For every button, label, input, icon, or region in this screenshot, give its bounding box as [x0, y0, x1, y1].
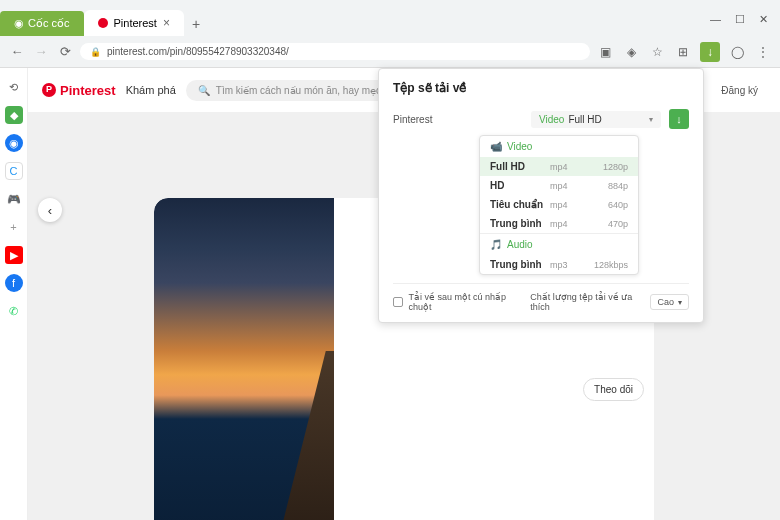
app-icon-1[interactable]: ◆	[5, 106, 23, 124]
back-button[interactable]: ←	[8, 43, 26, 61]
one-click-checkbox[interactable]	[393, 297, 403, 307]
pinterest-logo-icon	[42, 83, 56, 97]
option-res: 128kbps	[594, 260, 628, 270]
quality-select[interactable]: Video Full HD ▾	[531, 111, 661, 128]
option-res: 470p	[608, 219, 628, 229]
preferred-quality-value: Cao	[657, 297, 674, 307]
translate-icon[interactable]: ▣	[596, 43, 614, 61]
game-icon[interactable]: 🎮	[5, 190, 23, 208]
option-res: 1280p	[603, 162, 628, 172]
youtube-icon[interactable]: ▶	[5, 246, 23, 264]
download-confirm-button[interactable]: ↓	[669, 109, 689, 129]
option-name: HD	[490, 180, 550, 191]
one-click-label: Tải về sau một cú nhấp chuột	[409, 292, 525, 312]
quality-option-hd[interactable]: HD mp4 884p	[480, 176, 638, 195]
option-ext: mp4	[550, 200, 590, 210]
follow-button[interactable]: Theo dõi	[583, 378, 644, 401]
coccoc-icon: ◉	[14, 17, 24, 30]
maximize-icon[interactable]: ☐	[735, 13, 745, 26]
chevron-down-icon: ▾	[649, 115, 653, 124]
messenger-icon[interactable]: ◉	[5, 134, 23, 152]
option-name: Trung bình	[490, 218, 550, 229]
chevron-down-icon: ▾	[678, 298, 682, 307]
video-icon: 📹	[490, 141, 502, 152]
download-button[interactable]: ↓	[700, 42, 720, 62]
option-ext: mp4	[550, 219, 590, 229]
audio-option-medium[interactable]: Trung bình mp3 128kbps	[480, 255, 638, 274]
quality-value: Full HD	[568, 114, 601, 125]
tab-pinterest[interactable]: Pinterest ×	[84, 10, 184, 36]
audio-section-label: Audio	[507, 239, 533, 250]
signup-button[interactable]: Đăng ký	[713, 81, 766, 100]
quality-option-standard[interactable]: Tiêu chuẩn mp4 640p	[480, 195, 638, 214]
facebook-icon[interactable]: f	[5, 274, 23, 292]
quality-option-medium[interactable]: Trung bình mp4 470p	[480, 214, 638, 233]
option-name: Tiêu chuẩn	[490, 199, 550, 210]
pinterest-logo[interactable]: Pinterest	[42, 83, 116, 98]
profile-icon[interactable]: ◯	[728, 43, 746, 61]
explore-link[interactable]: Khám phá	[126, 84, 176, 96]
lock-icon: 🔒	[90, 47, 101, 57]
preferred-quality-select[interactable]: Cao ▾	[650, 294, 689, 310]
forward-button[interactable]: →	[32, 43, 50, 61]
audio-section-header: 🎵 Audio	[480, 233, 638, 255]
popup-footer: Tải về sau một cú nhấp chuột Chất lượng …	[393, 283, 689, 312]
video-section-label: Video	[507, 141, 532, 152]
menu-icon[interactable]: ⋮	[754, 43, 772, 61]
new-tab-button[interactable]: +	[184, 12, 208, 36]
url-text: pinterest.com/pin/809554278903320348/	[107, 46, 289, 57]
download-popup: Tệp sẽ tải về Pinterest Video Full HD ▾ …	[378, 68, 704, 323]
close-icon[interactable]: ×	[163, 16, 170, 30]
pin-back-button[interactable]: ‹	[38, 198, 62, 222]
bookmark-icon[interactable]: ☆	[648, 43, 666, 61]
reload-button[interactable]: ⟳	[56, 43, 74, 61]
video-section-header: 📹 Video	[480, 136, 638, 157]
cast-icon[interactable]: ◈	[622, 43, 640, 61]
pinterest-favicon	[98, 18, 108, 28]
option-name: Trung bình	[490, 259, 550, 270]
quality-dropdown: 📹 Video Full HD mp4 1280p HD mp4 884p Ti…	[479, 135, 639, 275]
option-ext: mp4	[550, 162, 590, 172]
titlebar: ◉ Cốc cốc Pinterest × + — ☐ ✕	[0, 0, 780, 36]
option-ext: mp4	[550, 181, 590, 191]
option-name: Full HD	[490, 161, 550, 172]
add-icon[interactable]: +	[5, 218, 23, 236]
quality-prefix: Video	[539, 114, 564, 125]
option-res: 640p	[608, 200, 628, 210]
option-res: 884p	[608, 181, 628, 191]
pin-image[interactable]	[154, 198, 334, 520]
whatsapp-icon[interactable]: ✆	[5, 302, 23, 320]
puzzle-icon[interactable]: ⊞	[674, 43, 692, 61]
option-ext: mp3	[550, 260, 590, 270]
audio-icon: 🎵	[490, 239, 502, 250]
tab-pinterest-label: Pinterest	[114, 17, 157, 29]
address-bar: ← → ⟳ 🔒 pinterest.com/pin/80955427890332…	[0, 36, 780, 68]
quality-option-fullhd[interactable]: Full HD mp4 1280p	[480, 157, 638, 176]
preferred-quality-label: Chất lượng tệp tải về ưa thích	[530, 292, 644, 312]
chat-icon[interactable]: C	[5, 162, 23, 180]
popup-source-label: Pinterest	[393, 114, 523, 125]
tab-coccoc-label: Cốc cốc	[28, 17, 70, 30]
pinterest-logo-text: Pinterest	[60, 83, 116, 98]
close-window-icon[interactable]: ✕	[759, 13, 768, 26]
popup-title: Tệp sẽ tải về	[393, 81, 689, 95]
browser-sidebar: ⟲ ◆ ◉ C 🎮 + ▶ f ✆	[0, 68, 28, 520]
url-input[interactable]: 🔒 pinterest.com/pin/809554278903320348/	[80, 43, 590, 60]
window-controls: — ☐ ✕	[710, 13, 780, 36]
history-icon[interactable]: ⟲	[5, 78, 23, 96]
minimize-icon[interactable]: —	[710, 13, 721, 26]
tab-coccoc[interactable]: ◉ Cốc cốc	[0, 11, 84, 36]
